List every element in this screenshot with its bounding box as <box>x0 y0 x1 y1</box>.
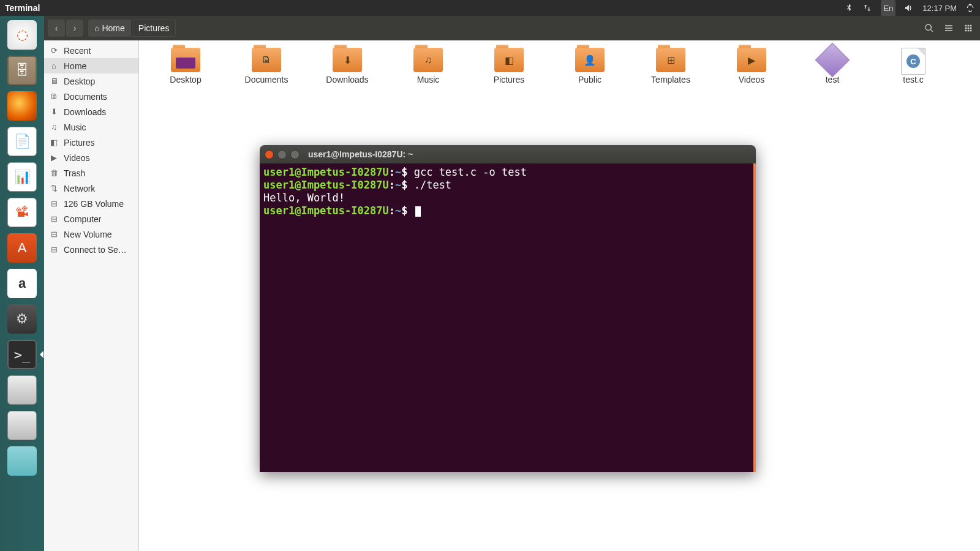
cursor <box>415 206 421 217</box>
launcher-impress[interactable]: 📽 <box>6 196 39 229</box>
file-item-test[interactable]: test <box>801 48 864 84</box>
launcher-files[interactable]: 🗄 <box>6 54 39 87</box>
launcher-software[interactable]: A <box>6 231 39 264</box>
terminal-window[interactable]: user1@Impetus-I0287U: ~ user1@Impetus-I0… <box>260 145 756 472</box>
sidebar-item-icon: ⊟ <box>49 230 59 239</box>
file-item-label: test.c <box>903 75 923 84</box>
sidebar-item-126-gb-volume[interactable]: ⊟126 GB Volume <box>44 196 138 211</box>
folder-icon: ⊞ <box>656 48 685 72</box>
trash-icon <box>7 446 37 476</box>
drive1-icon <box>7 375 37 405</box>
sidebar-item-connect-to-se-[interactable]: ⊟Connect to Se… <box>44 242 138 257</box>
file-item-Public[interactable]: 👤Public <box>558 48 622 84</box>
sidebar-item-documents[interactable]: 🗎Documents <box>44 89 138 104</box>
folder-icon: ♫ <box>413 48 443 72</box>
breadcrumb-label: Pictures <box>138 23 170 33</box>
sidebar-item-label: Computer <box>64 214 101 224</box>
breadcrumb: ⌂Home Pictures <box>88 20 176 37</box>
breadcrumb-pictures[interactable]: Pictures <box>132 20 176 37</box>
sidebar-item-icon: ♫ <box>49 122 59 132</box>
launcher-firefox[interactable] <box>6 89 39 122</box>
sidebar-item-icon: 🗑 <box>49 168 59 178</box>
sidebar-item-trash[interactable]: 🗑Trash <box>44 165 138 181</box>
file-item-Templates[interactable]: ⊞Templates <box>639 48 703 84</box>
sidebar-item-recent[interactable]: ⟳Recent <box>44 43 138 58</box>
launcher-drive1[interactable] <box>6 373 39 407</box>
file-item-Desktop[interactable]: Desktop <box>154 48 217 84</box>
file-item-Pictures[interactable]: ◧Pictures <box>477 48 541 84</box>
file-item-label: Pictures <box>494 75 525 84</box>
nav-back-button[interactable]: ‹ <box>48 20 65 37</box>
sidebar-item-label: Music <box>64 122 86 132</box>
firefox-icon <box>7 91 37 121</box>
window-minimize-button[interactable] <box>277 150 287 159</box>
sidebar-item-label: Connect to Se… <box>64 245 127 255</box>
volume-icon[interactable] <box>904 0 914 16</box>
sidebar-item-computer[interactable]: ⊟Computer <box>44 211 138 227</box>
launcher-calc[interactable]: 📊 <box>6 160 39 193</box>
calc-icon: 📊 <box>7 162 37 192</box>
launcher-trash[interactable] <box>6 444 39 478</box>
top-menubar: Terminal En 12:17 PM <box>0 0 980 16</box>
sidebar-item-label: New Volume <box>64 230 112 239</box>
files-sidebar: ⟳Recent⌂Home🖥Desktop🗎Documents⬇Downloads… <box>44 40 139 551</box>
software-icon: A <box>7 233 37 263</box>
launcher-dash[interactable]: ◌ <box>6 18 39 51</box>
bluetooth-icon[interactable] <box>844 0 854 16</box>
folder-icon: 👤 <box>575 48 605 72</box>
terminal-line: user1@Impetus-I0287U:~$ ./test <box>263 179 750 192</box>
file-item-Downloads[interactable]: ⬇Downloads <box>315 48 379 84</box>
launcher-terminal[interactable]: >_ <box>6 338 39 371</box>
breadcrumb-home[interactable]: ⌂Home <box>88 20 132 37</box>
network-icon[interactable] <box>862 0 872 16</box>
terminal-titlebar[interactable]: user1@Impetus-I0287U: ~ <box>260 145 756 163</box>
window-maximize-button[interactable] <box>290 150 300 159</box>
sidebar-item-home[interactable]: ⌂Home <box>44 58 138 73</box>
sidebar-item-icon: ⌂ <box>49 61 59 71</box>
file-item-Videos[interactable]: ▶Videos <box>720 48 783 84</box>
launcher-drive2[interactable] <box>6 409 39 442</box>
search-button[interactable] <box>921 20 937 36</box>
clock[interactable]: 12:17 PM <box>922 0 957 16</box>
sidebar-item-network[interactable]: ⇅Network <box>44 181 138 196</box>
sidebar-item-videos[interactable]: ▶Videos <box>44 150 138 165</box>
folder-icon: 🗎 <box>252 48 281 72</box>
sidebar-item-label: Trash <box>64 168 85 178</box>
file-item-label: Downloads <box>326 75 368 84</box>
files-icon: 🗄 <box>7 56 37 85</box>
view-list-button[interactable] <box>941 20 957 36</box>
terminal-icon: >_ <box>7 340 37 369</box>
launcher-settings[interactable]: ⚙ <box>6 302 39 335</box>
terminal-body[interactable]: user1@Impetus-I0287U:~$ gcc test.c -o te… <box>260 163 756 472</box>
launcher-writer[interactable]: 📄 <box>6 125 39 158</box>
settings-icon: ⚙ <box>7 304 37 334</box>
file-item-Music[interactable]: ♫Music <box>396 48 460 84</box>
sidebar-item-label: Documents <box>64 92 107 102</box>
dash-icon: ◌ <box>7 20 37 50</box>
file-item-test-c[interactable]: Ctest.c <box>881 48 945 84</box>
file-item-label: Templates <box>651 75 690 84</box>
view-grid-button[interactable] <box>960 20 976 36</box>
folder-icon <box>171 48 200 72</box>
session-icon[interactable] <box>965 0 975 16</box>
sidebar-item-icon: ⊟ <box>49 214 59 224</box>
sidebar-item-pictures[interactable]: ◧Pictures <box>44 135 138 150</box>
sidebar-item-desktop[interactable]: 🖥Desktop <box>44 73 138 89</box>
window-close-button[interactable] <box>265 150 274 159</box>
files-toolbar: ‹ › ⌂Home Pictures <box>44 16 980 40</box>
active-app-label: Terminal <box>5 3 40 13</box>
keyboard-lang-indicator[interactable]: En <box>881 0 895 16</box>
sidebar-item-new-volume[interactable]: ⊟New Volume <box>44 227 138 242</box>
launcher-amazon[interactable]: a <box>6 267 39 300</box>
folder-icon: ◧ <box>494 48 524 72</box>
sidebar-item-music[interactable]: ♫Music <box>44 119 138 135</box>
folder-icon: ▶ <box>737 48 766 72</box>
sidebar-item-label: 126 GB Volume <box>64 199 124 209</box>
terminal-title: user1@Impetus-I0287U: ~ <box>308 149 413 159</box>
file-item-Documents[interactable]: 🗎Documents <box>235 48 298 84</box>
breadcrumb-label: Home <box>102 23 124 33</box>
sidebar-item-downloads[interactable]: ⬇Downloads <box>44 104 138 119</box>
file-item-label: Videos <box>739 75 765 84</box>
nav-forward-button[interactable]: › <box>66 20 83 37</box>
file-item-label: Music <box>417 75 440 84</box>
